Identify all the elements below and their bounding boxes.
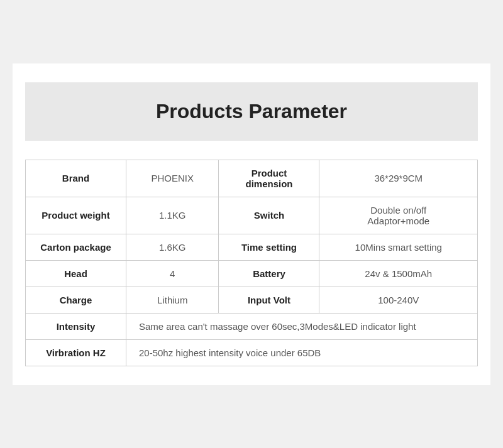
value-input-volt: 100-240V [319, 287, 478, 313]
main-container: Products Parameter Brand PHOENIX Product… [13, 63, 490, 385]
table-row: Brand PHOENIX Product dimension 36*29*9C… [26, 160, 478, 197]
page-title: Products Parameter [38, 100, 465, 123]
label-product-dimension: Product dimension [219, 160, 319, 197]
label-product-weight: Product weight [26, 197, 126, 234]
value-product-dimension: 36*29*9CM [319, 160, 478, 197]
label-time-setting: Time setting [219, 234, 319, 260]
value-charge: Lithium [126, 287, 219, 313]
label-intensity: Intensity [26, 313, 126, 339]
value-product-weight: 1.1KG [126, 197, 219, 234]
label-charge: Charge [26, 287, 126, 313]
value-time-setting: 10Mins smart setting [319, 234, 478, 260]
label-vibration-hz: Virbration HZ [26, 339, 126, 366]
parameters-table: Brand PHOENIX Product dimension 36*29*9C… [25, 160, 478, 366]
label-switch: Switch [219, 197, 319, 234]
value-brand: PHOENIX [126, 160, 219, 197]
table-row: Virbration HZ 20-50hz highest intensity … [26, 339, 478, 366]
value-intensity: Same area can't massage over 60sec,3Mode… [126, 313, 478, 339]
label-brand: Brand [26, 160, 126, 197]
table-row: Charge Lithium Input Volt 100-240V [26, 287, 478, 313]
table-row: Intensity Same area can't massage over 6… [26, 313, 478, 339]
value-carton-package: 1.6KG [126, 234, 219, 260]
table-row: Carton package 1.6KG Time setting 10Mins… [26, 234, 478, 260]
value-head: 4 [126, 260, 219, 287]
label-battery: Battery [219, 260, 319, 287]
value-switch: Double on/offAdaptor+mode [319, 197, 478, 234]
value-vibration-hz: 20-50hz highest intensity voice under 65… [126, 339, 478, 366]
label-input-volt: Input Volt [219, 287, 319, 313]
table-row: Product weight 1.1KG Switch Double on/of… [26, 197, 478, 234]
value-battery: 24v & 1500mAh [319, 260, 478, 287]
label-head: Head [26, 260, 126, 287]
label-carton-package: Carton package [26, 234, 126, 260]
table-row: Head 4 Battery 24v & 1500mAh [26, 260, 478, 287]
title-box: Products Parameter [25, 82, 478, 141]
